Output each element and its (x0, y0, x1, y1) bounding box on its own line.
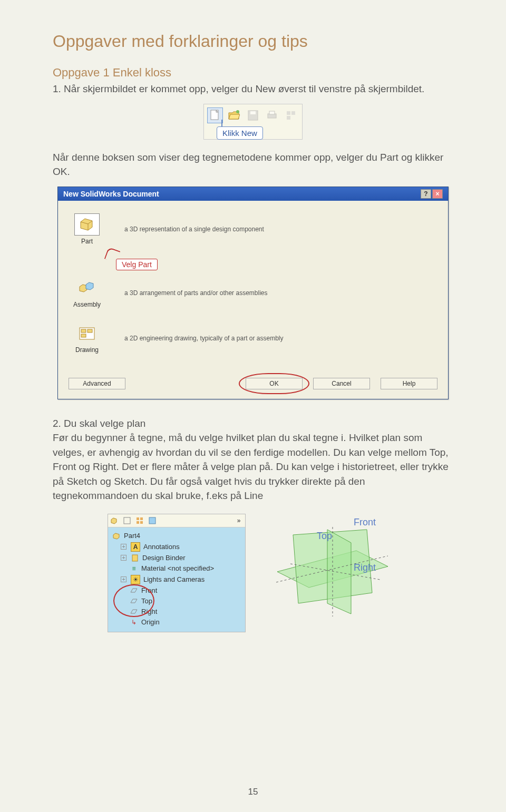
ok-button[interactable]: OK (246, 378, 303, 389)
svg-rect-16 (137, 521, 139, 524)
tree-item[interactable]: +☀Lights and Cameras (112, 574, 241, 585)
top-label: Top (317, 531, 332, 542)
plane-icon (130, 586, 138, 595)
subtitle: Oppgave 1 Enkel kloss (53, 66, 453, 80)
tree-root-label: Part4 (124, 532, 140, 540)
annotations-icon: A (131, 542, 140, 552)
svg-rect-18 (149, 517, 155, 524)
part-icon (112, 532, 121, 540)
drawing-desc: a 2D engineering drawing, typically of a… (124, 335, 284, 342)
new-icon (207, 107, 223, 123)
svg-rect-6 (287, 111, 290, 115)
part-label: Part (69, 238, 105, 245)
tree-item-top[interactable]: Top (112, 596, 241, 606)
svg-rect-14 (137, 517, 139, 520)
tree-item-front[interactable]: Front (112, 585, 241, 596)
expand-icon[interactable]: » (235, 516, 243, 525)
cancel-button[interactable]: Cancel (313, 378, 370, 389)
svg-rect-7 (291, 111, 295, 115)
svg-marker-22 (327, 530, 351, 614)
origin-icon: ↳ (130, 618, 138, 627)
tree-item-right[interactable]: Right (112, 606, 241, 617)
material-icon: ≡ (130, 564, 138, 573)
binder-icon (131, 554, 139, 562)
tab-icon[interactable] (135, 516, 144, 525)
front-label: Front (354, 517, 376, 528)
tree-root[interactable]: Part4 (112, 531, 241, 541)
page: Oppgaver med forklaringer og tips Oppgav… (0, 0, 506, 812)
velg-part-callout: Velg Part (116, 259, 158, 270)
tree-item-origin[interactable]: ↳Origin (112, 617, 241, 628)
assembly-label: Assembly (69, 301, 105, 308)
new-document-dialog: New SolidWorks Document ? × Part a 3D re… (57, 187, 449, 399)
svg-rect-8 (287, 116, 290, 120)
tool-icon (283, 107, 299, 123)
svg-rect-13 (124, 517, 130, 524)
advanced-button[interactable]: Advanced (69, 378, 125, 389)
svg-rect-15 (140, 517, 143, 520)
svg-rect-3 (250, 111, 256, 114)
svg-rect-5 (269, 111, 275, 114)
feature-tree-tab-icon[interactable] (110, 516, 119, 525)
tree-item[interactable]: +AAnnotations (112, 541, 241, 553)
part-desc: a 3D representation of a single design c… (124, 226, 264, 233)
svg-rect-12 (81, 334, 86, 337)
drawing-icon[interactable] (75, 323, 99, 344)
tab-icon[interactable] (148, 516, 157, 525)
lights-icon: ☀ (131, 575, 140, 584)
print-icon (264, 107, 280, 123)
para-3: Før du begynner å tegne, må du velge hvi… (53, 432, 449, 501)
svg-rect-10 (81, 329, 86, 332)
toolbar-screenshot: Klikk New (203, 104, 303, 140)
close-icon[interactable]: × (432, 189, 443, 199)
tree-item[interactable]: +Design Binder (112, 553, 241, 563)
assembly-desc: a 3D arrangement of parts and/or other a… (124, 289, 267, 297)
svg-rect-11 (87, 329, 92, 332)
para-3-lead: 2. Du skal velge plan (53, 416, 453, 431)
tree-item[interactable]: ≡Material <not specified> (112, 563, 241, 574)
feature-tree-panel: » Part4 +AAnnotations +Design Binder ≡Ma… (108, 514, 246, 632)
page-number: 15 (0, 787, 506, 797)
plane-icon (130, 608, 138, 616)
svg-rect-17 (140, 521, 143, 524)
plane-icon (130, 597, 138, 605)
help-button[interactable]: Help (381, 378, 437, 389)
right-label: Right (354, 562, 376, 573)
klikk-new-callout: Klikk New (217, 126, 263, 140)
page-title: Oppgaver med forklaringer og tips (53, 32, 453, 51)
para-1: 1. Når skjermbildet er kommet opp, velge… (53, 82, 453, 96)
part-icon[interactable] (74, 213, 100, 236)
assembly-icon[interactable] (75, 278, 99, 299)
para-2: Når denne boksen som viser deg tegnemeto… (53, 150, 453, 179)
dialog-title-text: New SolidWorks Document (63, 190, 159, 198)
tab-icon[interactable] (123, 516, 131, 525)
save-icon (245, 107, 261, 123)
open-icon (226, 107, 242, 123)
svg-point-1 (236, 110, 239, 113)
help-icon[interactable]: ? (421, 189, 431, 199)
drawing-label: Drawing (69, 346, 105, 354)
planes-diagram: Front Top Right (261, 514, 398, 632)
svg-rect-19 (132, 555, 138, 561)
